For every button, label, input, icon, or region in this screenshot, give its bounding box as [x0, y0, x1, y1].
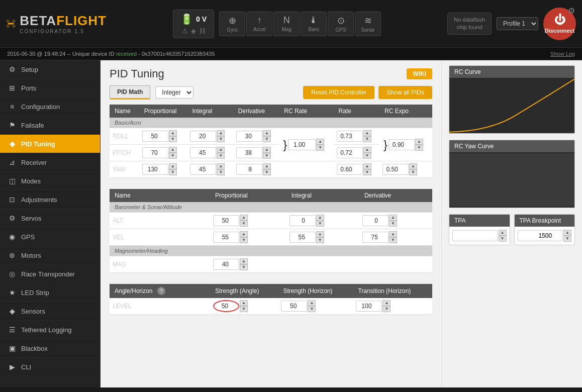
spin-up[interactable]: ▲ [308, 300, 316, 306]
input-mag-p[interactable] [213, 259, 239, 270]
spin-up[interactable]: ▲ [217, 130, 225, 136]
spin-down[interactable]: ▼ [563, 236, 571, 242]
input-level-transition-horizon[interactable] [356, 301, 382, 312]
cell-alt-i[interactable]: ▲▼ [286, 213, 359, 229]
spin-down[interactable]: ▼ [382, 306, 391, 312]
spin-down[interactable]: ▼ [308, 306, 316, 312]
sidebar-item-cli[interactable]: ▶ CLI [0, 358, 100, 376]
input-yaw-p[interactable] [142, 164, 168, 175]
input-pitch-d[interactable] [236, 147, 262, 158]
spin-up[interactable]: ▲ [363, 163, 371, 169]
cell-vel-p[interactable]: ▲▼ [210, 229, 286, 246]
spin-up[interactable]: ▲ [169, 130, 177, 136]
input-alt-p[interactable] [213, 215, 239, 226]
spin-up[interactable]: ▲ [240, 231, 248, 237]
spin-down[interactable]: ▼ [240, 237, 248, 243]
spin-up[interactable]: ▲ [316, 139, 324, 145]
spin-down[interactable]: ▼ [169, 153, 177, 159]
spin-up[interactable]: ▲ [263, 130, 271, 136]
spin-up[interactable]: ▲ [169, 163, 177, 169]
sidebar-item-tethered-logging[interactable]: ☰ Tethered Logging [0, 321, 100, 339]
input-roll-d[interactable] [236, 131, 262, 142]
sidebar-item-pid-tuning[interactable]: ◈ PID Tuning [0, 135, 100, 153]
tpa-input[interactable] [452, 230, 498, 241]
cell-roll-i[interactable]: ▲▼ [187, 128, 233, 145]
show-all-pids-button[interactable]: Show all PIDs [378, 86, 432, 99]
spin-down[interactable]: ▼ [240, 306, 248, 312]
spin-down[interactable]: ▼ [316, 237, 324, 243]
cell-yaw-p[interactable]: ▲▼ [139, 161, 187, 178]
tpa-breakpoint-input[interactable] [518, 230, 563, 241]
spin-down[interactable]: ▼ [389, 237, 397, 243]
sidebar-item-ports[interactable]: ⊞ Ports [0, 79, 100, 97]
cell-yaw-rc-expo[interactable]: ▲▼ [379, 161, 432, 178]
cell-yaw-rate[interactable]: ▲▼ [334, 161, 379, 178]
spin-up[interactable]: ▲ [363, 130, 371, 136]
input-roll-p[interactable] [142, 131, 168, 142]
sidebar-item-configuration[interactable]: ≡ Configuration [0, 97, 100, 116]
sidebar-item-receiver[interactable]: ⊿ Receiver [0, 153, 100, 172]
sidebar-item-sensors[interactable]: ◆ Sensors [0, 302, 100, 321]
spin-up[interactable]: ▲ [316, 231, 324, 237]
spin-up[interactable]: ▲ [217, 163, 225, 169]
input-pitch-rate[interactable] [337, 147, 363, 158]
input-vel-i[interactable] [289, 232, 316, 243]
spin-up[interactable]: ▲ [240, 258, 248, 264]
cell-level-transition-horizon[interactable]: ▲▼ [353, 298, 432, 315]
spin-up[interactable]: ▲ [409, 163, 417, 169]
input-vel-d[interactable] [362, 232, 389, 243]
spin-up[interactable]: ▲ [389, 215, 397, 221]
spin-down[interactable]: ▼ [240, 264, 248, 270]
cell-alt-p[interactable]: ▲▼ [210, 213, 286, 229]
spin-up[interactable]: ▲ [382, 300, 391, 306]
spin-up[interactable]: ▲ [169, 147, 177, 153]
cell-level-strength-horizon[interactable]: ▲▼ [278, 298, 353, 315]
sidebar-item-failsafe[interactable]: ⚑ Failsafe [0, 116, 100, 135]
gear-icon[interactable]: ⚙ [568, 6, 575, 16]
cell-yaw-d[interactable]: ▲▼ [233, 161, 279, 178]
cell-roll-rc-rate[interactable]: } ▲▼ [279, 128, 333, 161]
input-yaw-d[interactable] [236, 164, 262, 175]
profile-select-wrap[interactable]: Profile 1 Profile 2 Profile 3 [497, 17, 538, 30]
cell-pitch-p[interactable]: ▲▼ [139, 145, 187, 161]
spin-down[interactable]: ▼ [169, 136, 177, 142]
spin-up[interactable]: ▲ [217, 147, 225, 153]
cell-roll-d[interactable]: ▲▼ [233, 128, 279, 145]
spin-down[interactable]: ▼ [217, 136, 225, 142]
spin-down[interactable]: ▼ [389, 221, 397, 227]
cell-yaw-i[interactable]: ▲▼ [187, 161, 233, 178]
spin-up[interactable]: ▲ [240, 215, 248, 221]
sidebar-item-blackbox[interactable]: ▣ Blackbox [0, 339, 100, 358]
show-log-link[interactable]: Show Log [550, 51, 575, 57]
spin-down[interactable]: ▼ [217, 169, 225, 175]
input-alt-d[interactable] [362, 215, 389, 226]
cell-roll-rate[interactable]: ▲▼ [334, 128, 379, 145]
input-pitch-i[interactable] [190, 147, 216, 158]
spin-down[interactable]: ▼ [316, 145, 324, 151]
tab-pid-math[interactable]: PID Math [110, 85, 150, 100]
spin-up[interactable]: ▲ [415, 139, 423, 145]
spin-down[interactable]: ▼ [169, 169, 177, 175]
spin-up[interactable]: ▲ [389, 231, 397, 237]
input-yaw-rate[interactable] [337, 164, 363, 175]
spin-down[interactable]: ▼ [415, 145, 423, 151]
spin-up[interactable]: ▲ [263, 163, 271, 169]
spin-down[interactable]: ▼ [263, 136, 271, 142]
spin-down[interactable]: ▼ [499, 236, 507, 242]
input-roll-i[interactable] [190, 131, 216, 142]
spin-down[interactable]: ▼ [263, 169, 271, 175]
cell-alt-d[interactable]: ▲▼ [359, 213, 432, 229]
spin-down[interactable]: ▼ [240, 221, 248, 227]
cell-roll-rc-expo[interactable]: } ▲▼ [379, 128, 432, 161]
info-icon[interactable]: ? [157, 287, 165, 295]
spin-up[interactable]: ▲ [363, 147, 371, 153]
sidebar-item-servos[interactable]: ⚙ Servos [0, 209, 100, 228]
sidebar-item-race-transponder[interactable]: ◎ Race Transponder [0, 265, 100, 283]
input-level-strength-horizon[interactable] [281, 301, 307, 312]
sidebar-item-gps[interactable]: ◉ GPS [0, 228, 100, 246]
cell-vel-d[interactable]: ▲▼ [359, 229, 432, 246]
spin-down[interactable]: ▼ [217, 153, 225, 159]
input-rc-rate[interactable] [288, 139, 316, 150]
cell-level-strength-angle[interactable]: ▲▼ [210, 298, 278, 315]
input-rc-expo[interactable] [389, 139, 415, 150]
